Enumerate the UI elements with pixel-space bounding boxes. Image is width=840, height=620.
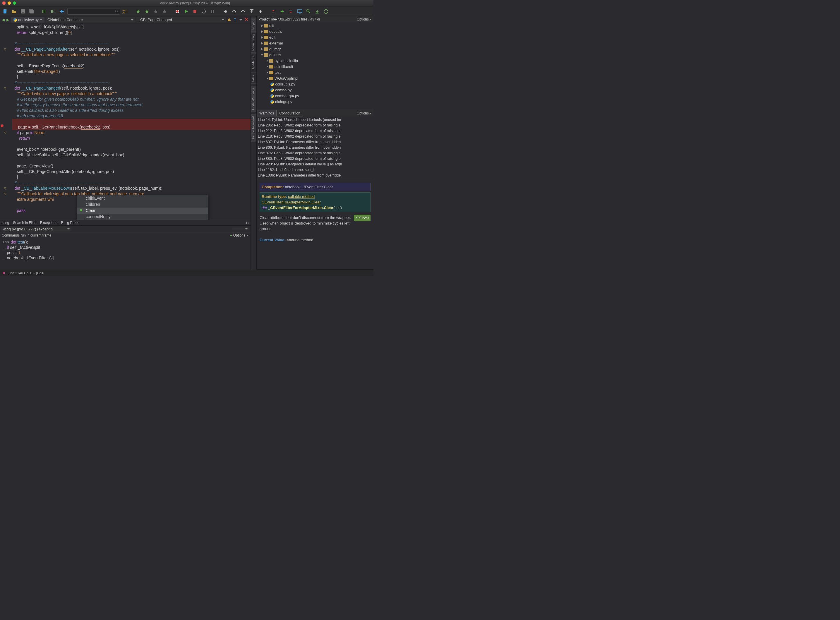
process-selector[interactable]: wing.py (pid 85777) (exceptio bbox=[1, 227, 71, 232]
search-tool-icon[interactable] bbox=[305, 8, 312, 15]
indent-icon[interactable] bbox=[41, 8, 48, 15]
pause-icon[interactable] bbox=[209, 8, 216, 15]
vertical-tab[interactable]: Code Warnings bbox=[251, 86, 256, 112]
show-monitor-icon[interactable] bbox=[296, 8, 303, 15]
goto-definition-icon[interactable] bbox=[59, 8, 66, 15]
step-out-block-icon[interactable] bbox=[257, 8, 264, 15]
tab-back-icon[interactable]: ◀ bbox=[1, 18, 5, 22]
project-options-button[interactable]: Options bbox=[357, 17, 372, 21]
save-icon[interactable] bbox=[19, 8, 26, 15]
warning-row[interactable]: Line 1182: Undefined name: split_i bbox=[258, 167, 372, 173]
stack-current-icon[interactable] bbox=[279, 8, 286, 15]
bookmark-next-icon[interactable] bbox=[161, 8, 168, 15]
zoom-window-icon[interactable] bbox=[13, 2, 16, 5]
new-file-icon[interactable] bbox=[2, 8, 9, 15]
tree-row[interactable]: combo_qt4.py bbox=[258, 93, 372, 99]
fold-marker-icon[interactable]: ▽ bbox=[4, 86, 6, 91]
options-menu-icon[interactable] bbox=[239, 18, 243, 22]
fold-marker-icon[interactable]: ▽ bbox=[4, 191, 6, 197]
warning-row[interactable]: Line 876: Pep8: W602 deprecated form of … bbox=[258, 150, 372, 156]
bottom-tab[interactable]: sting bbox=[0, 220, 11, 226]
bottom-tab[interactable]: Exceptions bbox=[38, 220, 59, 226]
disclosure-triangle-icon[interactable] bbox=[261, 42, 263, 45]
search-input[interactable] bbox=[67, 8, 120, 15]
console-options-button[interactable]: + Options bbox=[230, 233, 249, 238]
project-tree[interactable]: diffdocutilseditexternalguimgrguiutilspy… bbox=[257, 22, 373, 105]
vertical-tab[interactable]: Source Assistant bbox=[251, 114, 256, 142]
tree-row[interactable]: colorutils.py bbox=[258, 81, 372, 87]
file-tab[interactable]: dockview.py bbox=[11, 17, 45, 23]
stop-icon[interactable] bbox=[191, 8, 198, 15]
disclosure-triangle-icon[interactable] bbox=[267, 66, 268, 68]
vertical-tab[interactable]: Diff/Merge bbox=[251, 54, 256, 72]
warning-row[interactable]: Line 206: Pep8: W602 deprecated form of … bbox=[258, 123, 372, 128]
warning-row[interactable]: Line 1306: PyLint: Parameters differ fro… bbox=[258, 173, 372, 178]
fold-marker-icon[interactable]: ▽ bbox=[4, 130, 6, 135]
breakpoint-icon[interactable] bbox=[174, 8, 181, 15]
disclosure-triangle-icon[interactable] bbox=[267, 77, 268, 80]
bookmark-prev-icon[interactable] bbox=[152, 8, 159, 15]
bottom-tab[interactable]: B bbox=[59, 220, 65, 226]
tree-row[interactable]: pysidescintilla bbox=[258, 58, 372, 64]
autocomplete-item[interactable]: Clear bbox=[77, 208, 208, 214]
stack-down-icon[interactable] bbox=[287, 8, 295, 15]
disclosure-triangle-icon[interactable] bbox=[261, 54, 263, 56]
frame-selector[interactable] bbox=[232, 227, 249, 230]
warning-row[interactable]: Line 218: Pep8: W602 deprecated form of … bbox=[258, 134, 372, 139]
sync-icon[interactable] bbox=[323, 8, 329, 15]
tab-fwd-icon[interactable]: ▶ bbox=[6, 18, 10, 22]
warning-row[interactable]: Line 880: Pep8: W602 deprecated form of … bbox=[258, 156, 372, 162]
fold-marker-icon[interactable]: ▽ bbox=[4, 186, 6, 191]
warnings-list[interactable]: Line 14: PyLint: Unused import itertools… bbox=[257, 116, 373, 179]
warning-row[interactable]: Line 14: PyLint: Unused import itertools… bbox=[258, 117, 372, 123]
disclosure-triangle-icon[interactable] bbox=[261, 48, 263, 50]
open-file-icon[interactable] bbox=[11, 8, 18, 15]
save-all-icon[interactable] bbox=[28, 8, 35, 15]
disclosure-triangle-icon[interactable] bbox=[261, 30, 263, 33]
warning-triangle-icon[interactable] bbox=[227, 18, 232, 22]
disclosure-triangle-icon[interactable] bbox=[261, 25, 263, 27]
tree-row[interactable]: test bbox=[258, 70, 372, 75]
warning-row[interactable]: Line 923: PyLint: Dangerous default valu… bbox=[258, 162, 372, 167]
tree-row[interactable]: external bbox=[258, 41, 372, 46]
bottom-tab-nav[interactable]: ◂ ▸ bbox=[244, 220, 251, 226]
restart-icon[interactable] bbox=[200, 8, 207, 15]
autocomplete-item[interactable]: children bbox=[77, 202, 208, 208]
tree-row[interactable]: diff bbox=[258, 23, 372, 29]
close-tab-icon[interactable] bbox=[245, 18, 249, 22]
fold-marker-icon[interactable]: ▽ bbox=[4, 47, 6, 52]
tree-row[interactable]: edit bbox=[258, 35, 372, 41]
tree-row[interactable]: combo.py bbox=[258, 87, 372, 93]
anchor-icon[interactable] bbox=[233, 18, 237, 22]
bug-icon[interactable]: ✱ bbox=[2, 271, 5, 275]
step-into-icon[interactable] bbox=[222, 8, 229, 15]
tree-row[interactable]: guiutils bbox=[258, 52, 372, 58]
minimize-window-icon[interactable] bbox=[8, 2, 11, 5]
close-window-icon[interactable] bbox=[2, 2, 6, 5]
warning-row[interactable]: Line 637: PyLint: Parameters differ from… bbox=[258, 139, 372, 145]
function-selector[interactable]: _CB_PageChanged bbox=[137, 17, 226, 23]
tree-row[interactable]: scintillaedit bbox=[258, 64, 372, 70]
tree-row[interactable]: guimgr bbox=[258, 46, 372, 52]
warning-row[interactable]: Line 212: Pep8: W602 deprecated form of … bbox=[258, 128, 372, 134]
download-icon[interactable] bbox=[314, 8, 321, 15]
bookmark-add-icon[interactable]: + bbox=[143, 8, 150, 15]
find-replace-icon[interactable]: ABAB bbox=[122, 8, 129, 15]
step-out-icon[interactable] bbox=[248, 8, 255, 15]
code-editor[interactable]: ▽ ▽ ▽ ▽ ▽ split_w = self._fGtkSplitWidge… bbox=[0, 23, 251, 220]
warnings-tab[interactable]: Warnings bbox=[257, 110, 276, 116]
bottom-tab[interactable]: Search in Files bbox=[11, 220, 38, 226]
vertical-tab[interactable]: Files bbox=[251, 73, 256, 84]
warnings-tab[interactable]: Configuration bbox=[276, 110, 303, 116]
autocomplete-item[interactable]: connectNotify bbox=[77, 214, 208, 220]
disclosure-triangle-icon[interactable] bbox=[261, 36, 263, 39]
class-selector[interactable]: CNotebookContainer bbox=[46, 17, 135, 23]
bottom-tab[interactable]: g Probe bbox=[65, 220, 81, 226]
tree-row[interactable]: dialogs.py bbox=[258, 99, 372, 105]
tree-row[interactable]: WGuiCppImpl bbox=[258, 75, 372, 81]
shell-output[interactable]: >>> def test():... if self._fActiveSplit… bbox=[0, 238, 251, 262]
vertical-tab[interactable]: Project bbox=[251, 18, 256, 32]
step-over-instruction-icon[interactable] bbox=[239, 8, 246, 15]
disclosure-triangle-icon[interactable] bbox=[267, 60, 268, 62]
bookmark-toggle-icon[interactable] bbox=[135, 8, 142, 15]
